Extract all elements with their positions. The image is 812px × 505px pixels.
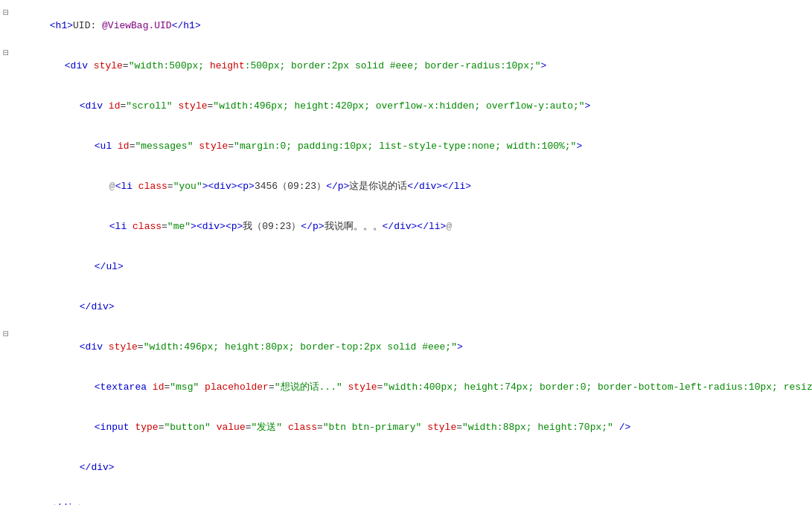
content-4: <ul id="messages" style="margin:0; paddi… [12, 126, 812, 167]
content-10: <textarea id="msg" placeholder="想说的话..."… [12, 367, 812, 408]
content-1: <h1>UID: @ViewBag.UID</h1> [12, 6, 812, 46]
content-11: <input type="button" value="发送" class="b… [12, 408, 812, 448]
content-6: <li class="me"><div><p>我（09:23）</p>我说啊。。… [12, 207, 812, 247]
line-7: </ul> [0, 247, 812, 287]
content-13: </div> [12, 488, 812, 505]
gutter-6 [0, 207, 12, 208]
gutter-10 [0, 367, 12, 368]
gutter-4 [0, 126, 12, 127]
content-5: @<li class="you"><div><p>3456（09:23）</p>… [12, 167, 812, 207]
line-8: </div> [0, 287, 812, 327]
content-8: </div> [12, 287, 812, 327]
line-10: <textarea id="msg" placeholder="想说的话..."… [0, 367, 812, 408]
gutter-12 [0, 448, 12, 448]
gutter-11 [0, 408, 12, 408]
line-11: <input type="button" value="发送" class="b… [0, 408, 812, 448]
line-5: @<li class="you"><div><p>3456（09:23）</p>… [0, 167, 812, 207]
content-9: <div style="width:496px; height:80px; bo… [12, 327, 812, 367]
gutter-7 [0, 247, 12, 248]
code-container: ⊟ <h1>UID: @ViewBag.UID</h1> ⊟ <div styl… [0, 0, 812, 505]
line-13: </div> [0, 488, 812, 505]
content-7: </ul> [12, 247, 812, 287]
gutter-3 [0, 86, 12, 87]
content-12: </div> [12, 448, 812, 488]
gutter-9: ⊟ [0, 327, 12, 341]
line-4: <ul id="messages" style="margin:0; paddi… [0, 126, 812, 167]
line-1: ⊟ <h1>UID: @ViewBag.UID</h1> [0, 6, 812, 46]
gutter-2: ⊟ [0, 46, 12, 60]
gutter-1: ⊟ [0, 6, 12, 20]
line-9: ⊟ <div style="width:496px; height:80px; … [0, 327, 812, 367]
line-3: <div id="scroll" style="width:496px; hei… [0, 86, 812, 126]
content-3: <div id="scroll" style="width:496px; hei… [12, 86, 812, 126]
gutter-5 [0, 167, 12, 167]
gutter-13 [0, 488, 12, 489]
line-6: <li class="me"><div><p>我（09:23）</p>我说啊。。… [0, 207, 812, 247]
gutter-8 [0, 287, 12, 288]
line-2: ⊟ <div style="width:500px; height:500px;… [0, 46, 812, 86]
content-2: <div style="width:500px; height:500px; b… [12, 46, 812, 86]
line-12: </div> [0, 448, 812, 488]
